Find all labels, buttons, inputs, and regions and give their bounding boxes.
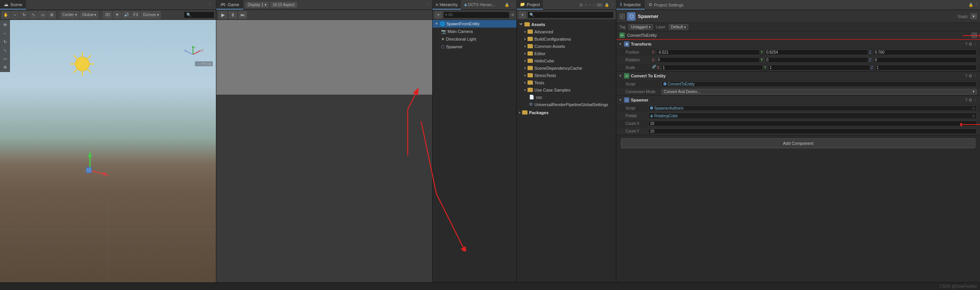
layer-dropdown[interactable]: Default ▾ [669,24,689,30]
project-usecases-item[interactable]: Use Case Samples [517,86,616,93]
project-lock-icon[interactable]: 🔒 [604,3,609,7]
game-viewport-top[interactable] [216,20,432,95]
tab-scene[interactable]: ⛰ Scene [0,0,26,10]
hierarchy-item-light[interactable]: ☀ Directional Light [433,35,516,43]
rx-input[interactable]: 0 [656,57,760,63]
px-input[interactable]: -0.521 [656,49,760,55]
2d-btn[interactable]: 2D [103,11,112,19]
spawner-more-icon[interactable]: ⋮ [973,98,978,103]
scene-panel-menu[interactable]: ⋮ [207,2,214,7]
project-stresstests-item[interactable]: StressTests [517,72,616,79]
inspector-obj-name-input[interactable] [638,13,955,19]
project-search-input[interactable]: 🔍 [528,11,614,18]
project-add-btn[interactable]: + [519,11,526,18]
pz-input[interactable]: 0.760 [873,49,977,55]
project-commonassets-item[interactable]: Common Assets [517,43,616,50]
transform-help-icon[interactable]: ? [965,42,967,47]
light-btn[interactable]: ☀ [113,11,121,19]
game-panel-menu[interactable]: ⋮ [426,2,430,7]
audio-btn[interactable]: 🔊 [122,11,131,19]
scene-rotate-btn[interactable]: ↻ [1,38,9,46]
project-urp-item[interactable]: ⚙ UniversalRenderPipelineGlobalSettings [517,101,616,108]
tab-game[interactable]: 🎮 Game [216,0,243,10]
tab-project[interactable]: 📁 Project [517,0,543,10]
scene-rect-btn[interactable]: ▭ [1,55,9,62]
inspector-static-dropdown[interactable]: ▾ [970,13,977,19]
rect-tool-btn[interactable]: ▭ [38,11,47,19]
project-editor-item[interactable]: Editor [517,50,616,57]
spawner-header[interactable]: ▼ ⬡ Spawner ? ⚙ ⋮ [616,96,980,104]
scale-tool-btn[interactable]: ⤡ [29,11,38,19]
hierarchy-menu[interactable]: ⋮ [509,2,515,7]
fx-btn[interactable]: FX [131,11,140,19]
conversion-mode-dropdown[interactable]: Convert And Destro... ▾ [662,89,977,95]
convert-help-icon[interactable]: ? [965,74,967,79]
scene-scale-btn[interactable]: ⤡ [1,46,9,54]
transform-settings-icon[interactable]: ⚙ [969,42,972,47]
hierarchy-lock-icon[interactable]: 🔒 [505,3,509,7]
hierarchy-add-btn[interactable]: + [435,11,442,18]
scene-eye-btn[interactable]: 👁 [1,21,9,29]
hierarchy-filter-btn[interactable]: ⊕ [511,13,514,17]
sz-input[interactable]: 1 [875,65,977,70]
tag-dropdown[interactable]: Untagged ▾ [629,24,653,30]
project-buildconfigs-item[interactable]: BuildConfigurations [517,35,616,43]
pause-btn[interactable]: ⏸ [229,11,237,19]
inspector-menu[interactable]: ⋮ [974,2,978,7]
tests-folder-icon [528,80,533,85]
hierarchy-item-camera[interactable]: 📷 Main Camera [433,28,516,35]
transform-header[interactable]: ▼ ⊞ Transform ? ⚙ ⋮ [616,40,980,48]
global-btn[interactable]: Global ▾ [80,11,99,19]
tab-project-settings[interactable]: ⚙ Project Settings [645,0,687,10]
spawner-script-value[interactable]: SpawnerAuthorin ⊙ [648,105,977,111]
rotate-tool-btn[interactable]: ↻ [20,11,28,19]
transform-more-icon[interactable]: ⋮ [973,42,978,47]
move-tool-btn[interactable]: ↔ [11,11,19,19]
tab-inspector[interactable]: ℹ Inspector [616,0,645,10]
spawner-help-icon[interactable]: ? [965,98,967,103]
convert-entity-checkbox[interactable]: ✓ [972,33,977,38]
gizmos-btn[interactable]: Gizmos ▾ [141,11,161,19]
sx-input[interactable]: 1 [661,65,763,70]
project-csc-item[interactable]: 📄 csc [517,93,616,101]
inspector-active-checkbox[interactable]: ✓ [619,14,625,19]
spawner-settings-icon[interactable]: ⚙ [969,98,972,103]
hierarchy-search-input[interactable]: ▾ All [443,11,510,18]
scene-custom-btn[interactable]: ⊕ [1,63,9,71]
game-display-select[interactable]: Display 1 ▾ [245,2,269,8]
py-input[interactable]: 0.8254 [765,49,869,55]
tab-hierarchy[interactable]: ≡ Hierarchy [433,0,461,10]
rz-input[interactable]: 0 [873,57,977,63]
inspector-lock-icon[interactable]: 🔒 [969,3,973,7]
scene-move-btn[interactable]: ↔ [1,29,9,37]
step-btn[interactable]: ⏭ [238,11,247,19]
spawner-countx-input[interactable]: 10 [648,121,977,126]
game-aspect-select[interactable]: 16:10 Aspect [270,2,297,8]
spawner-county-input[interactable]: 10 [648,128,977,134]
add-component-button[interactable]: Add Component [621,138,975,148]
convert-entity-comp-header[interactable]: ▼ ↩ Convert To Entity ? ⚙ ⋮ [616,72,980,80]
spawner-prefab-value[interactable]: ◈ RotatingCube ⊙ [648,113,977,119]
project-menu[interactable]: ⋮ [610,2,614,7]
hierarchy-item-spawn[interactable]: ▼ 🌐 SpawnFromEntity [433,20,516,28]
project-packages-item[interactable]: Packages [517,109,616,116]
project-tests-item[interactable]: Tests [517,79,616,86]
sy-input[interactable]: 1 [768,65,870,70]
project-assets-item[interactable]: Assets [517,21,616,28]
project-scenecache-item[interactable]: SceneDependencyCache [517,64,616,72]
convert-more-icon[interactable]: ⋮ [973,74,978,79]
project-hellocube-item[interactable]: HelloCube [517,57,616,64]
scene-viewport[interactable]: Y X Z ← Persp [0,20,216,282]
tab-dots-hierarchy[interactable]: ◈ DOTS Hierarc... [461,0,498,10]
play-btn[interactable]: ▶ [219,11,227,19]
convert-script-value[interactable]: ConvertToEntity [662,81,977,87]
hand-tool-btn[interactable]: ✋ [2,11,10,19]
hierarchy-item-spawner[interactable]: ⬡ Spawner [433,43,516,51]
scene-search-bar[interactable]: 🔍 [184,11,214,18]
pivot-btn[interactable]: Center ▾ [60,11,79,19]
project-advanced-item[interactable]: Advanced [517,28,616,35]
ry-input[interactable]: 0 [765,57,869,63]
game-viewport-bottom[interactable] [216,95,432,282]
transform-tool-btn[interactable]: ⊞ [47,11,56,19]
convert-settings-icon[interactable]: ⚙ [969,74,972,79]
